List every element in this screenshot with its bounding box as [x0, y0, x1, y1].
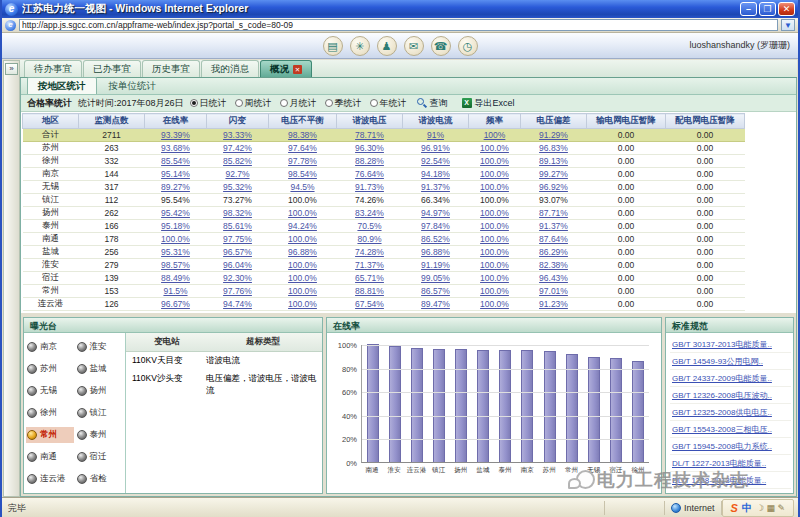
metric-link[interactable]: 100.0% [288, 273, 317, 283]
url-input[interactable] [19, 19, 778, 31]
column-header[interactable]: 电压偏差 [521, 114, 587, 129]
column-header[interactable]: 地区 [23, 114, 79, 129]
metric-link[interactable]: 100.0% [480, 234, 509, 244]
metric-link[interactable]: 96.88% [288, 247, 317, 257]
metric-link[interactable]: 92.54% [421, 156, 450, 166]
metric-link[interactable]: 98.32% [223, 208, 252, 218]
column-header[interactable]: 频率 [469, 114, 521, 129]
metric-link[interactable]: 96.57% [223, 247, 252, 257]
metric-link[interactable]: 91.23% [539, 299, 568, 309]
city-item[interactable]: 盐城 [76, 361, 124, 377]
metric-link[interactable]: 96.43% [539, 273, 568, 283]
metric-link[interactable]: 94.18% [421, 169, 450, 179]
metric-link[interactable]: 86.29% [539, 247, 568, 257]
subtab-by-region[interactable]: 按地区统计 [27, 77, 97, 94]
metric-link[interactable]: 85.82% [223, 156, 252, 166]
metric-link[interactable]: 88.49% [161, 273, 190, 283]
period-radio[interactable]: 周统计 [235, 97, 272, 110]
column-header[interactable]: 闪变 [207, 114, 269, 129]
column-header[interactable]: 谐波电流 [403, 114, 469, 129]
metric-link[interactable]: 100.0% [288, 299, 317, 309]
metric-link[interactable]: 94.74% [223, 299, 252, 309]
column-header[interactable]: 输电网电压暂降 [587, 114, 666, 129]
metric-link[interactable]: 91.73% [355, 182, 384, 192]
minimize-button[interactable]: – [740, 2, 757, 16]
metric-link[interactable]: 89.27% [161, 182, 190, 192]
standard-link[interactable]: GB/T 24337-2009电能质量.. [670, 370, 791, 387]
metric-link[interactable]: 65.71% [355, 273, 384, 283]
standard-link[interactable]: GB/T 15543-2008三相电压.. [670, 421, 791, 438]
city-item[interactable]: 宿迁 [76, 449, 124, 465]
city-item[interactable]: 南京 [26, 339, 74, 355]
metric-link[interactable]: 99.27% [539, 169, 568, 179]
metric-link[interactable]: 97.42% [223, 143, 252, 153]
city-item[interactable]: 省检 [76, 471, 124, 487]
metric-link[interactable]: 95.31% [161, 247, 190, 257]
document-list-icon[interactable]: ▤ [323, 36, 343, 56]
metric-link[interactable]: 97.76% [223, 286, 252, 296]
metric-link[interactable]: 94.5% [290, 182, 314, 192]
metric-link[interactable]: 100.0% [480, 156, 509, 166]
metric-link[interactable]: 93.39% [161, 130, 190, 140]
city-item[interactable]: 常州 [26, 427, 74, 443]
metric-link[interactable]: 100.0% [480, 182, 509, 192]
metric-link[interactable]: 92.30% [223, 273, 252, 283]
metric-link[interactable]: 100.0% [480, 273, 509, 283]
metric-link[interactable]: 96.91% [421, 143, 450, 153]
metric-link[interactable]: 74.28% [355, 247, 384, 257]
standard-link[interactable]: GB/T 12326-2008电压波动.. [670, 387, 791, 404]
metric-link[interactable]: 78.71% [355, 130, 384, 140]
metric-link[interactable]: 93.68% [161, 143, 190, 153]
metric-link[interactable]: 85.61% [223, 221, 252, 231]
metric-link[interactable]: 100.0% [480, 169, 509, 179]
metric-link[interactable]: 99.05% [421, 273, 450, 283]
city-item[interactable]: 镇江 [76, 405, 124, 421]
clock-icon[interactable]: ◷ [458, 36, 478, 56]
metric-link[interactable]: 98.38% [288, 130, 317, 140]
period-radio[interactable]: 日统计 [190, 97, 227, 110]
close-button[interactable]: ✕ [778, 2, 795, 16]
sidebar-expand-button[interactable]: » [5, 63, 18, 75]
phone-icon[interactable]: ☎ [431, 36, 451, 56]
metric-link[interactable]: 96.30% [355, 143, 384, 153]
ime-tool-icons[interactable]: ☽ ▦ ✎ [756, 503, 785, 513]
metric-link[interactable]: 87.64% [539, 234, 568, 244]
metric-link[interactable]: 86.57% [421, 286, 450, 296]
metric-link[interactable]: 97.84% [421, 221, 450, 231]
city-item[interactable]: 苏州 [26, 361, 74, 377]
metric-link[interactable]: 86.52% [421, 234, 450, 244]
tab-history[interactable]: 历史事宜 [142, 60, 200, 77]
ime-language-toggle[interactable]: 中 [742, 501, 752, 515]
metric-link[interactable]: 92.7% [225, 169, 249, 179]
city-item[interactable]: 扬州 [76, 383, 124, 399]
metric-link[interactable]: 96.88% [421, 247, 450, 257]
metric-link[interactable]: 91.37% [421, 182, 450, 192]
metric-link[interactable]: 95.42% [161, 208, 190, 218]
tab-messages[interactable]: 我的消息 [201, 60, 259, 77]
metric-link[interactable]: 93.33% [223, 130, 252, 140]
standard-link[interactable]: GB/T 30137-2013电能质量.. [670, 336, 791, 353]
column-header[interactable]: 谐波电压 [337, 114, 403, 129]
metric-link[interactable]: 89.47% [421, 299, 450, 309]
metric-link[interactable]: 100.0% [480, 299, 509, 309]
handshake-icon[interactable]: ✉ [404, 36, 424, 56]
metric-link[interactable]: 100.0% [288, 208, 317, 218]
metric-link[interactable]: 97.01% [539, 286, 568, 296]
metric-link[interactable]: 67.54% [355, 299, 384, 309]
metric-link[interactable]: 88.81% [355, 286, 384, 296]
metric-link[interactable]: 100.0% [161, 234, 190, 244]
metric-link[interactable]: 100.0% [480, 143, 509, 153]
metric-link[interactable]: 71.37% [355, 260, 384, 270]
metric-link[interactable]: 100% [484, 130, 506, 140]
city-item[interactable]: 泰州 [76, 427, 124, 443]
metric-link[interactable]: 97.75% [223, 234, 252, 244]
metric-link[interactable]: 97.64% [288, 143, 317, 153]
metric-link[interactable]: 95.14% [161, 169, 190, 179]
column-header[interactable]: 监测点数 [79, 114, 145, 129]
column-header[interactable]: 配电网电压暂降 [666, 114, 745, 129]
metric-link[interactable]: 89.13% [539, 156, 568, 166]
metric-link[interactable]: 88.28% [355, 156, 384, 166]
metric-link[interactable]: 100.0% [288, 260, 317, 270]
city-item[interactable]: 淮安 [76, 339, 124, 355]
metric-link[interactable]: 96.83% [539, 143, 568, 153]
